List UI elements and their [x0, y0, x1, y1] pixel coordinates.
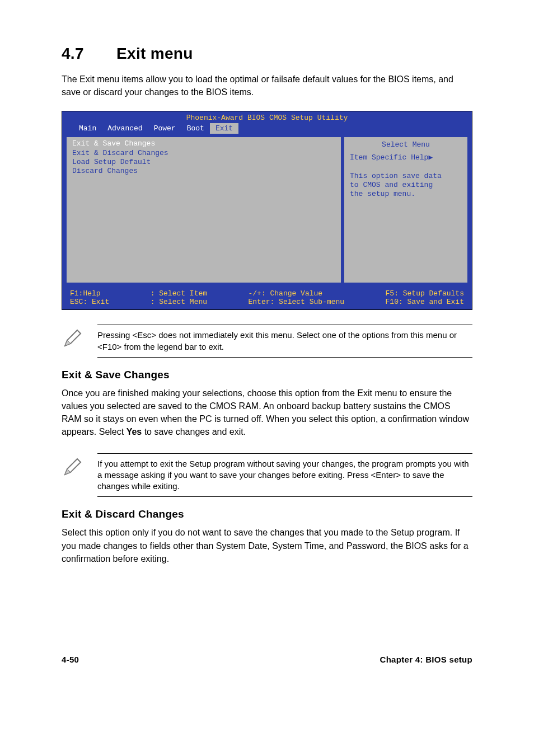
- chapter-label: Chapter 4: BIOS setup: [380, 655, 473, 664]
- legend-col-2: : Select Item : Select Menu: [151, 289, 207, 306]
- triangle-right-icon: ▶: [428, 153, 433, 162]
- legend-col-4: F5: Setup Defaults F10: Save and Exit: [386, 289, 464, 306]
- heading-exit-save: Exit & Save Changes: [62, 369, 472, 381]
- para-exit-save-yes: Yes: [127, 427, 142, 436]
- legend-col-1: F1:Help ESC: Exit: [70, 289, 109, 306]
- tab-exit[interactable]: Exit: [210, 123, 238, 134]
- page-footer: 4-50 Chapter 4: BIOS setup: [62, 655, 472, 664]
- legend-f1: F1:Help: [70, 289, 101, 298]
- bios-tab-bar: Main Advanced Power Boot Exit: [62, 123, 472, 134]
- para-exit-discard: Select this option only if you do not wa…: [62, 526, 472, 565]
- pencil-icon: [62, 453, 97, 480]
- pencil-icon: [62, 325, 97, 351]
- section-title: 4.7 Exit menu: [62, 45, 472, 63]
- legend-select-item: : Select Item: [151, 289, 207, 298]
- para-exit-save-a: Once you are finished making your select…: [62, 388, 469, 437]
- note-exit-prompt: If you attempt to exit the Setup program…: [62, 453, 472, 497]
- intro-paragraph: The Exit menu items allow you to load th…: [62, 73, 472, 98]
- legend-col-3: -/+: Change Value Enter: Select Sub-menu: [248, 289, 344, 306]
- help-line-2: to CMOS and exiting: [350, 181, 433, 189]
- help-line-1: This option save data: [350, 172, 442, 180]
- tab-advanced[interactable]: Advanced: [102, 123, 148, 134]
- section-name: Exit menu: [116, 45, 193, 62]
- bios-help-panel: Select Menu Item Specific Help▶ This opt…: [344, 137, 467, 283]
- page-number: 4-50: [62, 655, 79, 664]
- help-panel-title: Select Menu: [350, 140, 462, 149]
- note-esc: Pressing <Esc> does not immediately exit…: [62, 325, 472, 358]
- tab-boot[interactable]: Boot: [181, 123, 210, 134]
- help-line-3: the setup menu.: [350, 190, 415, 198]
- section-number: 4.7: [62, 45, 84, 62]
- legend-change-value: -/+: Change Value: [248, 289, 322, 298]
- heading-exit-discard: Exit & Discard Changes: [62, 508, 472, 520]
- legend-f5: F5: Setup Defaults: [386, 289, 464, 298]
- legend-enter-submenu: Enter: Select Sub-menu: [248, 298, 344, 306]
- para-exit-save-b: to save changes and exit.: [142, 427, 246, 436]
- tab-main[interactable]: Main: [73, 123, 102, 134]
- legend-esc: ESC: Exit: [70, 298, 109, 306]
- menu-item-discard-changes[interactable]: Discard Changes: [72, 167, 335, 176]
- tab-power[interactable]: Power: [148, 123, 181, 134]
- note-exit-prompt-text: If you attempt to exit the Setup program…: [97, 453, 472, 497]
- bios-body: Exit & Save Changes Exit & Discard Chang…: [62, 134, 472, 287]
- menu-item-exit-discard[interactable]: Exit & Discard Changes: [72, 149, 335, 158]
- menu-item-load-default[interactable]: Load Setup Default: [72, 158, 335, 167]
- legend-select-menu: : Select Menu: [151, 298, 207, 306]
- para-exit-save: Once you are finished making your select…: [62, 387, 472, 439]
- help-label: Item Specific Help: [350, 153, 428, 162]
- note-esc-text: Pressing <Esc> does not immediately exit…: [97, 325, 472, 358]
- bios-screenshot: Phoenix-Award BIOS CMOS Setup Utility Ma…: [62, 111, 472, 310]
- help-panel-text: Item Specific Help▶ This option save dat…: [350, 153, 462, 199]
- bios-menu-list: Exit & Save Changes Exit & Discard Chang…: [67, 137, 341, 283]
- bios-utility-title: Phoenix-Award BIOS CMOS Setup Utility: [62, 111, 472, 123]
- menu-item-exit-save[interactable]: Exit & Save Changes: [72, 139, 335, 148]
- bios-legend-bar: F1:Help ESC: Exit : Select Item : Select…: [62, 287, 472, 309]
- legend-f10: F10: Save and Exit: [386, 298, 464, 306]
